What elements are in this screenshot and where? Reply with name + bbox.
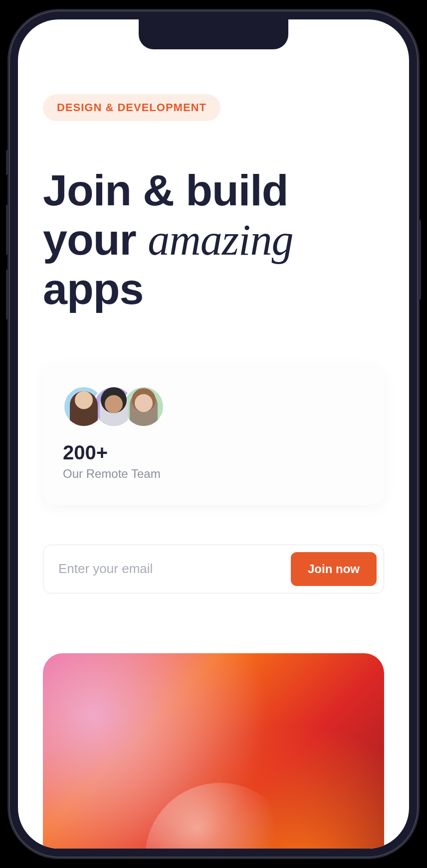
team-label: Our Remote Team: [63, 467, 364, 481]
hero-image: [43, 653, 384, 849]
notch: [139, 19, 288, 49]
power-button: [418, 220, 421, 299]
email-form: Join now: [43, 545, 384, 593]
avatar-group: [63, 386, 364, 428]
person-icon: [130, 391, 158, 426]
headline: Join & build your amazing apps: [43, 166, 384, 314]
team-count: 200+: [63, 441, 364, 464]
mute-switch: [6, 150, 9, 175]
person-icon: [70, 391, 98, 426]
headline-italic: amazing: [148, 216, 293, 264]
screen: DESIGN & DEVELOPMENT Join & build your a…: [18, 19, 409, 849]
volume-up-button: [6, 205, 9, 255]
email-input[interactable]: [58, 561, 291, 577]
avatar: [123, 386, 165, 428]
person-icon: [100, 391, 128, 426]
category-badge: DESIGN & DEVELOPMENT: [43, 94, 220, 121]
volume-down-button: [6, 270, 9, 319]
team-card: 200+ Our Remote Team: [43, 364, 384, 505]
phone-frame: DESIGN & DEVELOPMENT Join & build your a…: [9, 10, 418, 858]
gradient-blob: [145, 783, 295, 849]
headline-part2: apps: [43, 264, 143, 313]
main-content: DESIGN & DEVELOPMENT Join & build your a…: [18, 19, 409, 593]
join-now-button[interactable]: Join now: [291, 552, 377, 586]
